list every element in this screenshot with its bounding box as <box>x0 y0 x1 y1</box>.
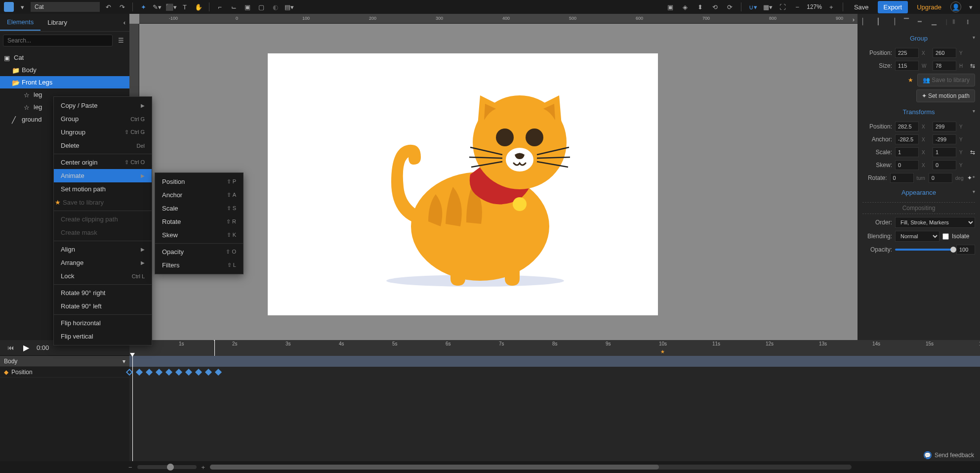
tree-item-cat[interactable]: ▣ Cat <box>0 51 129 64</box>
scale-y-input[interactable] <box>933 147 956 157</box>
flip-icon[interactable]: ◈ <box>680 1 691 12</box>
align-top-icon[interactable]: ⌐ <box>214 1 225 12</box>
distribute-h-icon[interactable]: ⫴ <box>952 18 961 27</box>
size-w-input[interactable] <box>895 61 919 71</box>
user-avatar-icon[interactable]: 👤 <box>950 1 961 12</box>
zoom-out-icon[interactable]: − <box>128 464 132 471</box>
submenu-opacity[interactable]: Opacity⇧ O <box>155 245 243 258</box>
keyframe[interactable] <box>156 369 163 376</box>
keyframe[interactable] <box>136 369 143 376</box>
align-bottom-icon[interactable]: ▁ <box>932 18 940 27</box>
ctx-rotate-left[interactable]: Rotate 90° left <box>54 300 152 313</box>
timeline-zoom-slider[interactable] <box>137 465 197 469</box>
submenu-anchor[interactable]: Anchor⇧ A <box>155 188 243 202</box>
fit-icon[interactable]: ⛶ <box>777 1 788 12</box>
tposition-x-input[interactable] <box>895 122 919 131</box>
rotate-turn-input[interactable] <box>890 173 914 183</box>
layers-icon[interactable]: ▤▾ <box>284 1 294 12</box>
scroll-right-icon[interactable]: › <box>853 16 855 23</box>
submenu-filters[interactable]: Filters⇧ L <box>155 258 243 272</box>
ctx-arrange[interactable]: Arrange▶ <box>54 256 152 269</box>
add-keyframe-icon[interactable]: ✦⁺ <box>967 174 975 181</box>
scale-x-input[interactable] <box>895 147 919 157</box>
ctx-flip-vertical[interactable]: Flip vertical <box>54 330 152 343</box>
magnet-icon[interactable]: ∪▾ <box>747 1 758 12</box>
marker-star-icon[interactable]: ★ <box>660 349 665 354</box>
keyframe-area[interactable] <box>129 356 980 461</box>
timeline-scrollbar[interactable] <box>210 465 852 470</box>
align-bottom-icon[interactable]: ⌙ <box>228 1 239 12</box>
size-h-input[interactable] <box>933 61 956 71</box>
project-title-input[interactable] <box>31 2 100 12</box>
track-position[interactable]: ◆ Position <box>0 367 129 378</box>
position-x-input[interactable] <box>895 48 919 58</box>
artboard[interactable] <box>268 53 658 315</box>
align-right-icon[interactable]: ▕ <box>890 18 899 27</box>
submenu-skew[interactable]: Skew⇧ K <box>155 228 243 242</box>
undo-icon[interactable]: ↶ <box>103 1 114 12</box>
order-select[interactable]: Fill, Stroke, Markers <box>895 217 975 228</box>
redo-icon[interactable]: ↷ <box>117 1 127 12</box>
hand-tool-icon[interactable]: ✋ <box>193 1 204 12</box>
text-tool-icon[interactable]: T <box>179 1 190 12</box>
chevron-down-icon[interactable]: ▾ <box>122 358 125 365</box>
zoom-out-icon[interactable]: − <box>792 1 803 12</box>
link-icon[interactable]: ⇆ <box>970 149 975 156</box>
ctx-create-clipping-path[interactable]: Create clipping path <box>54 213 152 226</box>
zoom-in-icon[interactable]: + <box>202 464 205 471</box>
blending-select[interactable]: Normal <box>895 231 939 242</box>
link-icon[interactable]: ⇆ <box>970 62 975 69</box>
keyframe[interactable] <box>146 369 153 376</box>
track-header-body[interactable]: Body ▾ <box>0 356 129 367</box>
align-top-icon[interactable]: ▔ <box>904 18 913 27</box>
rotate-icon[interactable]: ⟲ <box>709 1 720 12</box>
position-y-input[interactable] <box>933 48 956 58</box>
opacity-input[interactable] <box>956 245 975 255</box>
grid-icon[interactable]: ▦▾ <box>762 1 773 12</box>
mask-icon[interactable]: ◐ <box>270 1 281 12</box>
skew-x-input[interactable] <box>895 160 919 170</box>
save-to-library-button[interactable]: 👥 Save to library <box>917 74 975 86</box>
section-transforms[interactable]: Transforms <box>862 105 975 119</box>
ungroup-icon[interactable]: ▢ <box>256 1 267 12</box>
set-motion-path-button[interactable]: ✦ Set motion path <box>916 89 975 102</box>
play-icon[interactable]: ▶ <box>21 343 32 353</box>
tab-elements[interactable]: Elements <box>0 14 41 31</box>
keyframe[interactable] <box>215 369 222 376</box>
submenu-position[interactable]: Position⇧ P <box>155 175 243 188</box>
keyframe[interactable] <box>205 369 212 376</box>
anchor-y-input[interactable] <box>933 134 956 144</box>
skew-y-input[interactable] <box>933 160 956 170</box>
ctx-delete[interactable]: DeleteDel <box>54 139 152 152</box>
ctx-group[interactable]: GroupCtrl G <box>54 112 152 126</box>
group-icon[interactable]: ▣ <box>242 1 253 12</box>
refresh-icon[interactable]: ⟳ <box>724 1 735 12</box>
opacity-slider[interactable] <box>895 249 953 251</box>
keyframe[interactable] <box>195 369 202 376</box>
filter-icon[interactable]: ☰ <box>116 35 126 45</box>
transform-tool-icon[interactable]: ✦ <box>138 1 149 12</box>
align-left-icon[interactable]: ▏ <box>862 18 871 27</box>
ctx-save-to-library[interactable]: ★Save to library <box>54 196 152 209</box>
distribute-v-icon[interactable]: ⫿ <box>966 18 975 27</box>
flip-v-icon[interactable]: ⬍ <box>694 1 705 12</box>
app-logo-icon[interactable] <box>4 2 14 12</box>
ctx-lock[interactable]: LockCtrl L <box>54 269 152 283</box>
save-button[interactable]: Save <box>849 1 874 13</box>
export-button[interactable]: Export <box>878 1 908 13</box>
search-input[interactable] <box>3 35 113 46</box>
tree-item-body[interactable]: 📁 Body <box>0 64 129 76</box>
align-center-icon[interactable]: ┃ <box>876 18 885 27</box>
isolate-checkbox[interactable] <box>942 233 949 240</box>
ctx-ungroup[interactable]: Ungroup⇧ Ctrl G <box>54 126 152 139</box>
ctx-flip-horizontal[interactable]: Flip horizontal <box>54 316 152 330</box>
ctx-copy-paste[interactable]: Copy / Paste▶ <box>54 99 152 112</box>
anchor-x-input[interactable] <box>895 134 919 144</box>
collapse-panel-icon[interactable]: ‹ <box>120 15 129 30</box>
ctx-center-origin[interactable]: Center origin⇧ Ctrl O <box>54 156 152 169</box>
align-middle-icon[interactable]: ━ <box>918 18 927 27</box>
submenu-scale[interactable]: Scale⇧ S <box>155 202 243 215</box>
zoom-in-icon[interactable]: + <box>826 1 837 12</box>
section-appearance[interactable]: Appearance <box>862 186 975 199</box>
rewind-icon[interactable]: ⏮ <box>5 343 16 353</box>
